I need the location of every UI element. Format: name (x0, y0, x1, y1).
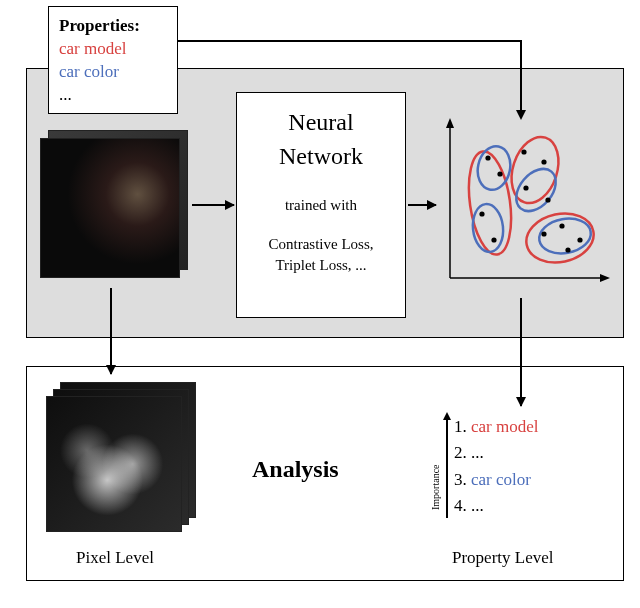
svg-point-11 (485, 155, 490, 160)
svg-point-14 (491, 237, 496, 242)
arrow-nn-to-plot (408, 204, 436, 206)
rank-row-2: 2. ... (454, 440, 539, 466)
svg-point-16 (541, 159, 546, 164)
neural-network-box: Neural Network trained with Contrastive … (236, 92, 406, 318)
input-image-stack (40, 130, 190, 280)
rank-row-4: 4. ... (454, 493, 539, 519)
analysis-title: Analysis (252, 456, 339, 483)
nn-losses-1: Contrastive Loss, (243, 236, 399, 253)
properties-title: Properties: (59, 15, 167, 38)
caption-property-level: Property Level (452, 548, 554, 568)
heatmap-front (46, 396, 182, 532)
rank-row-1: 1. car model (454, 414, 539, 440)
nn-losses-2: Triplet Loss, ... (243, 257, 399, 274)
heatmap-stack (46, 382, 198, 534)
svg-point-9 (508, 161, 563, 218)
nn-trained: trained with (243, 197, 399, 214)
importance-axis: Importance (436, 414, 450, 522)
svg-point-4 (463, 149, 517, 258)
svg-point-21 (577, 237, 582, 242)
property-item-ellipsis: ... (59, 84, 167, 107)
svg-point-6 (522, 207, 598, 268)
importance-label: Importance (430, 464, 441, 510)
properties-box: Properties: car model car color ... (48, 6, 178, 114)
svg-point-12 (497, 171, 502, 176)
nn-line1: Neural (243, 107, 399, 137)
nn-line2: Network (243, 141, 399, 171)
svg-point-18 (545, 197, 550, 202)
arrow-plot-to-property (520, 298, 522, 406)
property-ranking: 1. car model 2. ... 3. car color 4. ... (454, 414, 539, 519)
property-item-model: car model (59, 38, 167, 61)
svg-point-20 (559, 223, 564, 228)
arrow-input-to-nn (192, 204, 234, 206)
svg-point-13 (479, 211, 484, 216)
svg-point-15 (521, 149, 526, 154)
svg-point-19 (541, 231, 546, 236)
property-item-color: car color (59, 61, 167, 84)
embedding-plot (440, 118, 610, 288)
caption-pixel-level: Pixel Level (76, 548, 154, 568)
rank-row-3: 3. car color (454, 467, 539, 493)
svg-point-22 (565, 247, 570, 252)
svg-point-17 (523, 185, 528, 190)
arrow-image-to-pixel (110, 288, 112, 374)
input-image-front (40, 138, 180, 278)
svg-marker-3 (600, 274, 610, 282)
